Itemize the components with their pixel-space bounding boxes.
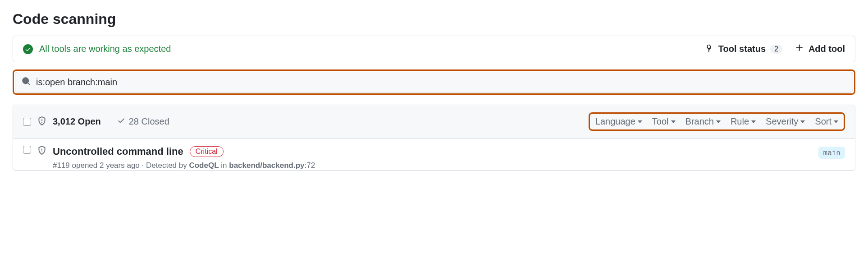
page-title: Code scanning xyxy=(13,11,855,28)
filter-language[interactable]: Language xyxy=(595,116,642,127)
row-checkbox[interactable] xyxy=(23,146,31,154)
open-tab[interactable]: 3,012 Open xyxy=(53,116,101,127)
status-message: All tools are working as expected xyxy=(39,44,171,54)
filter-sort[interactable]: Sort xyxy=(815,116,838,127)
chevron-down-icon xyxy=(800,120,805,123)
chevron-down-icon xyxy=(716,120,721,123)
plus-icon xyxy=(795,43,804,55)
filters-highlight-box: Language Tool Branch Rule Severity Sort xyxy=(589,112,845,131)
filter-tool[interactable]: Tool xyxy=(652,116,676,127)
chevron-down-icon xyxy=(751,120,756,123)
tool-status-button[interactable]: Tool status 2 xyxy=(705,43,782,55)
severity-badge: Critical xyxy=(190,146,224,157)
check-circle-icon xyxy=(23,44,33,54)
branch-tag: main xyxy=(818,147,845,159)
search-icon xyxy=(22,77,31,88)
shield-icon xyxy=(37,146,46,157)
list-header: 3,012 Open 28 Closed Language Tool Branc… xyxy=(13,105,855,139)
chevron-down-icon xyxy=(638,120,642,123)
search-highlight-box xyxy=(13,69,855,95)
shield-icon xyxy=(37,116,46,127)
select-all-checkbox[interactable] xyxy=(23,118,31,126)
closed-tab[interactable]: 28 Closed xyxy=(117,116,169,127)
chevron-down-icon xyxy=(834,120,838,123)
filter-rule[interactable]: Rule xyxy=(731,116,756,127)
alert-meta: #119 opened 2 years ago · Detected by Co… xyxy=(53,161,812,170)
tool-status-label: Tool status xyxy=(718,44,766,54)
filter-severity[interactable]: Severity xyxy=(766,116,805,127)
status-bar: All tools are working as expected Tool s… xyxy=(13,36,855,62)
check-icon xyxy=(117,116,125,127)
closed-label: 28 Closed xyxy=(129,116,169,127)
tool-count-badge: 2 xyxy=(770,45,782,54)
add-tool-label: Add tool xyxy=(809,44,845,54)
chevron-down-icon xyxy=(671,120,676,123)
search-box[interactable] xyxy=(15,72,853,92)
search-input[interactable] xyxy=(36,77,846,88)
alerts-list: 3,012 Open 28 Closed Language Tool Branc… xyxy=(13,105,855,171)
filter-branch[interactable]: Branch xyxy=(685,116,721,127)
wrench-icon xyxy=(705,43,714,55)
add-tool-button[interactable]: Add tool xyxy=(795,43,845,55)
alert-row[interactable]: Uncontrolled command line Critical #119 … xyxy=(13,139,855,170)
alert-title[interactable]: Uncontrolled command line xyxy=(53,146,183,157)
